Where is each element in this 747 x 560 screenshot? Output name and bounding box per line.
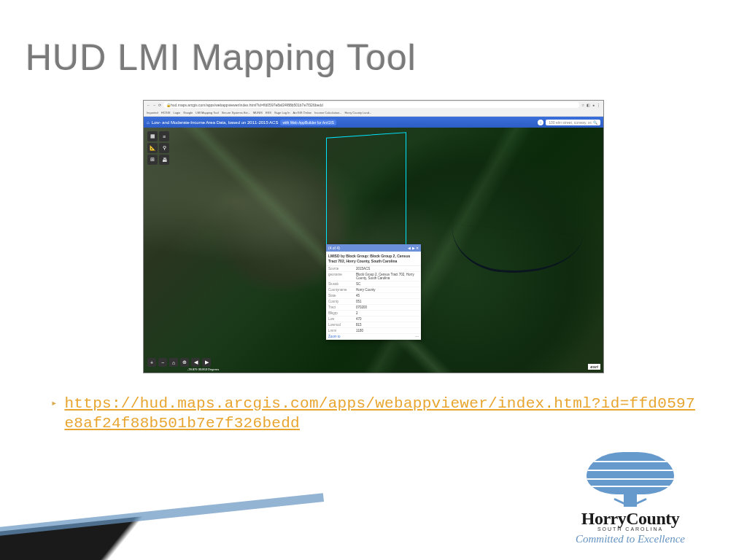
popup-key: geoname — [328, 273, 356, 280]
info-icon: i — [538, 120, 543, 125]
popup-val: 051 — [356, 300, 419, 303]
slide-title: HUD LMI Mapping Tool — [26, 36, 417, 79]
logo-subtitle: SOUTH CAROLINA — [550, 526, 711, 532]
popup-key: Blkgrp — [328, 311, 356, 315]
url-text: hud.maps.arcgis.com/apps/webappviewer/in… — [171, 103, 323, 107]
link-bullet-item: ▸ https://hud.maps.arcgis.com/apps/webap… — [51, 394, 703, 434]
tool-url-link[interactable]: https://hud.maps.arcgis.com/apps/webappv… — [64, 394, 703, 434]
popup-val: 45 — [356, 294, 419, 298]
menu-icon: ⋮ — [597, 103, 600, 107]
popup-key: County — [328, 300, 356, 303]
measure-icon: 📐 — [147, 143, 158, 153]
logo-tagline: Committed to Excellence — [550, 533, 711, 545]
bookmark: ArcGIS Online — [293, 111, 312, 114]
river — [449, 224, 584, 279]
bookmark: Google — [183, 111, 193, 114]
zoom-in-icon: + — [147, 358, 156, 367]
bookmark: Imported — [147, 111, 158, 114]
popup-title: LMISD by Block Group: Block Group 2, Cen… — [326, 252, 421, 266]
popup-val: 2015ACS — [356, 267, 419, 271]
bookmark: Secure Systems Ext... — [222, 111, 250, 114]
popup-header: (4 of 4) ◀ ▶ ✕ — [326, 244, 421, 252]
bookmark: LMI Mapping Tool — [196, 111, 219, 114]
bullet-icon: ▸ — [51, 397, 57, 409]
zoom-to-link: Zoom to — [328, 335, 356, 338]
url-field: 🔒 hud.maps.arcgis.com/apps/webappviewer/… — [163, 102, 579, 108]
next-extent-icon: ▶ — [202, 358, 211, 367]
bookmark-bar: Imported HCGIS Login Google LMI Mapping … — [144, 109, 603, 117]
zoom-controls: + − ⌂ ⊕ ◀ ▶ — [147, 358, 211, 367]
nav-back-icon: ← — [147, 103, 150, 107]
app-logo-icon: ⌂ — [147, 120, 150, 125]
popup-val: 2 — [356, 311, 419, 315]
popup-more: ⋯ — [356, 335, 419, 338]
horry-county-logo: HorryCounty SOUTH CAROLINA Committed to … — [550, 452, 711, 545]
zoom-out-icon: − — [158, 358, 167, 367]
bookmark-icon: ⚲ — [159, 143, 169, 153]
legend-icon: ≡ — [159, 131, 169, 141]
map-canvas: ▦ ≡ 📐 ⚲ ⊞ 🖶 (4 of 4) ◀ ▶ ✕ LMISD by Bloc… — [144, 128, 603, 373]
bookmark: Income Calculation... — [314, 111, 341, 114]
locate-icon: ⊕ — [180, 358, 189, 367]
popup-key: Tract — [328, 306, 356, 309]
star-icon: ☆ — [581, 103, 584, 107]
popup-val: 1180 — [356, 329, 419, 332]
popup-key: Lowmod — [328, 323, 356, 327]
popup-key: Stusab — [328, 282, 356, 286]
popup-val: 070200 — [356, 306, 419, 309]
reload-icon: ⟳ — [158, 103, 161, 107]
bookmark: Horry County Land... — [344, 111, 371, 114]
bookmark: ESS — [266, 111, 271, 114]
search-text: 100 elm street, conway, sc — [549, 120, 592, 125]
tract-boundary — [326, 132, 406, 262]
popup-pager: (4 of 4) — [328, 246, 340, 250]
bookmark: Sage Log In — [274, 111, 290, 114]
popup-val: Block Group 2, Census Tract 702, Horry C… — [356, 273, 419, 280]
popup-key: State — [328, 294, 356, 298]
popup-val: 815 — [356, 323, 419, 327]
search-input: 100 elm street, conway, sc 🔍 — [546, 120, 600, 125]
basemap-icon: ⊞ — [147, 155, 158, 165]
popup-val: SC — [356, 282, 419, 286]
browser-address-bar: ← → ⟳ 🔒 hud.maps.arcgis.com/apps/webappv… — [144, 101, 603, 109]
popup-key: Source — [328, 267, 356, 271]
popup-key: Low — [328, 317, 356, 321]
tree-trunk-icon — [624, 491, 637, 507]
bookmark: MUNIS — [253, 111, 263, 114]
home-icon: ⌂ — [169, 358, 178, 367]
layers-icon: ▦ — [147, 131, 158, 141]
search-icon: 🔍 — [593, 120, 597, 125]
popup-val: 470 — [356, 317, 419, 321]
profile-icon: ● — [592, 103, 595, 107]
logo-name: HorryCounty — [550, 509, 711, 529]
esri-attribution: esri — [588, 364, 600, 370]
feature-popup: (4 of 4) ◀ ▶ ✕ LMISD by Block Group: Blo… — [326, 244, 421, 340]
extension-icon: ◧ — [587, 103, 590, 107]
nav-fwd-icon: → — [152, 103, 156, 107]
slide-corner-decoration — [0, 497, 331, 560]
coordinates: -78.879 33.853 Degrees — [187, 368, 219, 371]
prev-extent-icon: ◀ — [191, 358, 200, 367]
map-tools: ▦ ≡ 📐 ⚲ ⊞ 🖶 — [147, 131, 169, 165]
popup-key: Lmmi — [328, 329, 356, 332]
tree-icon — [587, 452, 674, 494]
embedded-screenshot: ← → ⟳ 🔒 hud.maps.arcgis.com/apps/webappv… — [143, 100, 604, 373]
app-header: ⌂ Low- and Moderate-Income Area Data, ba… — [144, 117, 603, 128]
popup-nav: ◀ ▶ ✕ — [408, 246, 419, 250]
app-title: Low- and Moderate-Income Area Data, base… — [152, 120, 279, 125]
bookmark: HCGIS — [161, 111, 171, 114]
app-badge: with Web AppBuilder for ArcGIS — [280, 120, 336, 125]
popup-val: Horry County — [356, 288, 419, 292]
print-icon: 🖶 — [159, 155, 169, 165]
popup-key: Countyname — [328, 288, 356, 292]
bookmark: Login — [173, 111, 180, 114]
